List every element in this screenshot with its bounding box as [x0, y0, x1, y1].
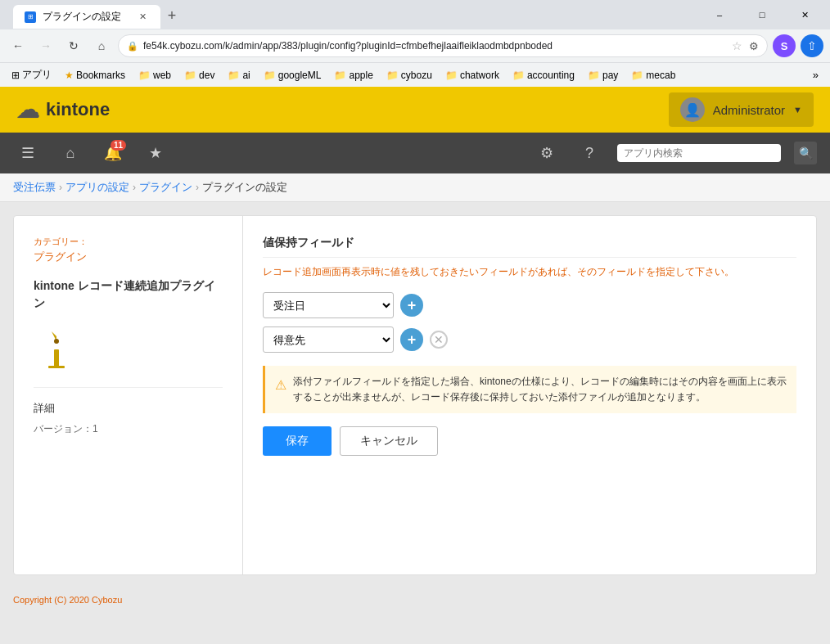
address-field[interactable]: 🔒 fe54k.cybozu.com/k/admin/app/383/plugi… — [118, 34, 768, 57]
lock-icon: 🔒 — [127, 41, 138, 52]
breadcrumb-current: プラグインの設定 — [202, 180, 287, 195]
star-icon: ★ — [65, 70, 74, 81]
bookmark-apple[interactable]: 📁 apple — [329, 67, 377, 83]
bookmark-pay-label: pay — [602, 70, 618, 81]
action-buttons: 保存 キャンセル — [263, 426, 796, 456]
bookmark-cybozu[interactable]: 📁 cybozu — [381, 67, 437, 83]
bookmark-apps-label: アプリ — [22, 68, 52, 82]
plugin-sidebar: カテゴリー： プラグイン kintone レコード連続追加プラグイン — [14, 216, 243, 574]
close-button[interactable]: ✕ — [786, 3, 823, 26]
browser-titlebar: ⊞ プラグインの設定 ✕ + – □ ✕ — [0, 0, 830, 29]
bookmark-googleml[interactable]: 📁 googleML — [259, 67, 327, 83]
bookmark-cybozu-label: cybozu — [401, 70, 432, 81]
warning-text: 添付ファイルフィールドを指定した場合、kintoneの仕様により、レコードの編集… — [293, 374, 787, 405]
bookmark-dev[interactable]: 📁 dev — [179, 67, 219, 83]
field-select-2[interactable]: 受注日 得意先 商品名 — [263, 327, 394, 353]
profile-button[interactable]: S — [773, 34, 796, 57]
field-section-title: 値保持フィールド — [263, 236, 796, 258]
address-bar-row: ← → ↻ ⌂ 🔒 fe54k.cybozu.com/k/admin/app/3… — [0, 29, 830, 62]
bookmark-accounting[interactable]: 📁 accounting — [507, 67, 580, 83]
new-tab-button[interactable]: + — [160, 4, 183, 27]
help-icon-button[interactable]: ? — [575, 138, 604, 168]
update-button[interactable]: ⇧ — [801, 34, 823, 57]
settings-icon-button[interactable]: ⚙ — [532, 138, 562, 168]
bookmark-ai[interactable]: 📁 ai — [223, 67, 255, 83]
bookmark-bookmarks-label: Bookmarks — [76, 70, 125, 81]
breadcrumb-item-1[interactable]: アプリの設定 — [65, 180, 129, 195]
search-input[interactable] — [624, 147, 774, 159]
breadcrumb-item-2[interactable]: プラグイン — [139, 180, 192, 195]
hamburger-icon: ☰ — [21, 144, 34, 162]
svg-rect-6 — [48, 366, 65, 368]
active-tab[interactable]: ⊞ プラグインの設定 ✕ — [13, 5, 160, 29]
menu-icon-button[interactable]: ☰ — [13, 138, 43, 168]
bookmark-pay[interactable]: 📁 pay — [583, 67, 623, 83]
nav-home-button[interactable]: ⌂ — [90, 34, 113, 57]
search-button[interactable]: 🔍 — [794, 142, 817, 164]
main-content: カテゴリー： プラグイン kintone レコード連続追加プラグイン — [0, 202, 830, 588]
field-row-2: 受注日 得意先 商品名 + ✕ — [263, 327, 796, 353]
home-icon-button[interactable]: ⌂ — [56, 138, 85, 168]
bookmark-chatwork[interactable]: 📁 chatwork — [440, 67, 504, 83]
warning-box: ⚠ 添付ファイルフィールドを指定した場合、kintoneの仕様により、レコードの… — [263, 366, 796, 413]
star-nav-icon: ★ — [149, 144, 162, 162]
plugin-card: カテゴリー： プラグイン kintone レコード連続追加プラグイン — [13, 215, 817, 575]
add-field-button-2[interactable]: + — [400, 328, 423, 351]
folder-icon-pay: 📁 — [588, 70, 600, 81]
bookmark-bookmarks[interactable]: ★ Bookmarks — [60, 67, 130, 83]
tab-favicon: ⊞ — [25, 11, 36, 23]
nav-back-button[interactable]: ← — [7, 34, 29, 57]
cancel-button[interactable]: キャンセル — [340, 426, 438, 456]
window-controls: – □ ✕ — [701, 3, 823, 26]
bookmark-apps[interactable]: ⊞ アプリ — [7, 65, 56, 84]
kintone-nav: ☰ ⌂ 🔔 11 ★ ⚙ ? 🔍 — [0, 133, 830, 173]
tab-close-icon[interactable]: ✕ — [136, 11, 149, 24]
windmill-icon — [34, 325, 79, 371]
bookmark-apple-label: apple — [349, 70, 372, 81]
folder-icon-web: 📁 — [138, 70, 151, 81]
folder-icon-ai: 📁 — [228, 70, 240, 81]
category-value: プラグイン — [34, 250, 223, 264]
svg-rect-0 — [54, 349, 59, 367]
apps-icon: ⊞ — [11, 70, 20, 81]
remove-field-button-2[interactable]: ✕ — [430, 331, 448, 349]
warning-icon: ⚠ — [275, 375, 286, 405]
tab-bar: ⊞ プラグインの設定 ✕ + — [7, 1, 694, 29]
user-menu[interactable]: 👤 Administrator ▼ — [669, 92, 814, 127]
field-select-1[interactable]: 受注日 得意先 商品名 — [263, 292, 394, 318]
folder-icon-apple: 📁 — [334, 70, 346, 81]
sidebar-divider — [34, 387, 223, 388]
kintone-logo[interactable]: ☁ kintone — [16, 97, 110, 124]
breadcrumb-sep-1: › — [133, 182, 136, 193]
nav-refresh-button[interactable]: ↻ — [62, 34, 85, 57]
bookmark-ai-label: ai — [242, 70, 250, 81]
bookmark-web[interactable]: 📁 web — [133, 67, 176, 83]
gear-icon: ⚙ — [540, 144, 553, 162]
help-icon: ? — [585, 145, 593, 162]
chevron-down-icon: ▼ — [793, 105, 802, 115]
nav-forward-button[interactable]: → — [34, 34, 57, 57]
add-field-button-1[interactable]: + — [400, 294, 423, 317]
kintone-header: ☁ kintone 👤 Administrator ▼ — [0, 87, 830, 133]
minimize-button[interactable]: – — [701, 3, 738, 26]
maximize-button[interactable]: □ — [743, 3, 781, 26]
favorites-icon-button[interactable]: ★ — [141, 138, 170, 168]
breadcrumb-sep-2: › — [196, 182, 199, 193]
extension-icon[interactable]: ⚙ — [749, 40, 759, 52]
breadcrumb-item-0[interactable]: 受注伝票 — [13, 180, 56, 195]
footer: Copyright (C) 2020 Cybozu — [0, 588, 830, 611]
save-button[interactable]: 保存 — [263, 426, 332, 456]
bookmark-chatwork-label: chatwork — [460, 70, 499, 81]
notification-icon-button[interactable]: 🔔 11 — [98, 138, 128, 168]
plugin-main: 値保持フィールド レコード追加画面再表示時に値を残しておきたいフィールドがあれば… — [243, 216, 816, 574]
tab-title: プラグインの設定 — [43, 10, 121, 24]
bookmark-accounting-label: accounting — [527, 70, 575, 81]
category-label: カテゴリー： — [34, 236, 223, 248]
breadcrumb: 受注伝票 › アプリの設定 › プラグイン › プラグインの設定 — [0, 173, 830, 202]
bookmark-mecab[interactable]: 📁 mecab — [626, 67, 680, 83]
folder-icon-chatwork: 📁 — [445, 70, 458, 81]
bookmark-web-label: web — [153, 70, 171, 81]
plugin-icon-wrap — [34, 325, 79, 371]
bookmark-star-icon[interactable]: ☆ — [732, 39, 742, 52]
more-bookmarks-button[interactable]: » — [808, 66, 823, 83]
